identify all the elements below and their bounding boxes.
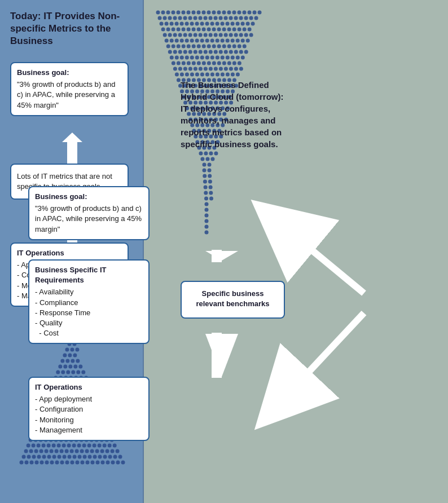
svg-point-196: [216, 73, 219, 77]
svg-point-319: [208, 169, 212, 173]
down-arrow-shaft-1: [212, 250, 222, 262]
svg-point-192: [195, 73, 199, 77]
svg-point-129: [168, 50, 172, 54]
svg-point-154: [216, 56, 219, 60]
svg-point-157: [231, 56, 235, 60]
svg-point-16: [238, 11, 241, 15]
svg-point-318: [203, 169, 207, 173]
svg-point-189: [180, 73, 184, 77]
svg-point-116: [182, 45, 186, 48]
svg-point-42: [165, 22, 169, 26]
svg-point-99: [180, 39, 184, 43]
svg-point-139: [219, 50, 223, 54]
svg-point-137: [209, 50, 213, 54]
svg-point-86: [204, 33, 208, 37]
svg-point-333: [205, 219, 209, 223]
svg-point-328: [204, 197, 208, 201]
svg-point-135: [199, 50, 203, 54]
svg-point-165: [197, 61, 201, 65]
svg-point-191: [190, 73, 194, 77]
svg-point-1: [161, 11, 165, 15]
svg-point-144: [244, 50, 248, 54]
svg-point-54: [226, 22, 230, 26]
svg-point-312: [214, 152, 218, 156]
svg-point-93: [239, 33, 243, 37]
svg-point-200: [236, 73, 240, 77]
svg-point-2: [166, 11, 170, 15]
svg-point-77: [248, 28, 252, 32]
svg-point-315: [210, 157, 214, 161]
svg-point-107: [221, 39, 225, 43]
svg-point-182: [214, 67, 218, 71]
svg-point-166: [202, 61, 206, 65]
svg-point-197: [221, 73, 225, 77]
svg-point-31: [209, 16, 213, 20]
svg-point-55: [231, 22, 235, 26]
svg-point-153: [210, 56, 214, 60]
svg-point-110: [236, 39, 240, 43]
box-benchmarks: Specific business relevant benchmarks: [181, 281, 285, 319]
svg-point-78: [163, 33, 167, 37]
svg-point-47: [190, 22, 194, 26]
svg-point-114: [172, 45, 175, 48]
svg-point-25: [178, 16, 182, 20]
svg-point-112: [246, 39, 250, 43]
svg-point-123: [217, 45, 221, 48]
svg-point-90: [224, 33, 228, 37]
svg-point-43: [170, 22, 174, 26]
svg-point-63: [177, 28, 181, 32]
svg-point-113: [166, 45, 170, 48]
svg-point-87: [209, 33, 213, 37]
svg-point-23: [168, 16, 172, 20]
svg-point-105: [210, 39, 214, 43]
svg-point-89: [219, 33, 223, 37]
svg-point-185: [229, 67, 233, 71]
box-business-goal-right-title: Business goal:: [35, 192, 143, 202]
right-panel-title: The Business Defined Hybrid Cloud (tomor…: [181, 79, 291, 150]
svg-point-331: [205, 208, 209, 212]
svg-point-317: [208, 163, 212, 167]
svg-point-148: [185, 56, 189, 60]
svg-point-82: [183, 33, 187, 37]
svg-point-104: [205, 39, 209, 43]
svg-point-325: [209, 186, 213, 189]
svg-point-34: [224, 16, 228, 20]
svg-point-180: [204, 67, 208, 71]
svg-point-108: [226, 39, 230, 43]
svg-point-174: [173, 67, 177, 71]
svg-point-327: [209, 191, 213, 195]
svg-point-142: [234, 50, 238, 54]
svg-point-190: [185, 73, 189, 77]
svg-point-73: [227, 28, 231, 32]
svg-point-74: [232, 28, 236, 32]
svg-point-187: [239, 67, 243, 71]
svg-point-311: [209, 152, 213, 156]
svg-point-65: [187, 28, 191, 32]
svg-point-184: [224, 67, 228, 71]
svg-point-8: [197, 11, 201, 15]
svg-point-81: [178, 33, 182, 37]
svg-point-167: [207, 61, 211, 65]
svg-point-176: [183, 67, 187, 71]
svg-point-15: [232, 11, 236, 15]
svg-point-329: [209, 197, 213, 201]
box-it-ops-right: IT Operations - App deployment - Configu…: [28, 377, 150, 441]
svg-point-172: [232, 61, 236, 65]
svg-point-6: [187, 11, 191, 15]
svg-point-40: [254, 16, 258, 20]
svg-point-322: [203, 180, 207, 184]
svg-point-70: [212, 28, 216, 32]
svg-point-195: [210, 73, 214, 77]
svg-point-19: [253, 11, 257, 15]
svg-point-102: [195, 39, 199, 43]
svg-point-161: [177, 61, 181, 65]
svg-point-119: [197, 45, 201, 48]
svg-point-45: [180, 22, 184, 26]
svg-point-51: [210, 22, 214, 26]
svg-point-30: [204, 16, 208, 20]
svg-point-131: [178, 50, 182, 54]
svg-point-181: [209, 67, 213, 71]
svg-point-21: [158, 16, 162, 20]
svg-point-66: [192, 28, 196, 32]
svg-point-80: [173, 33, 177, 37]
